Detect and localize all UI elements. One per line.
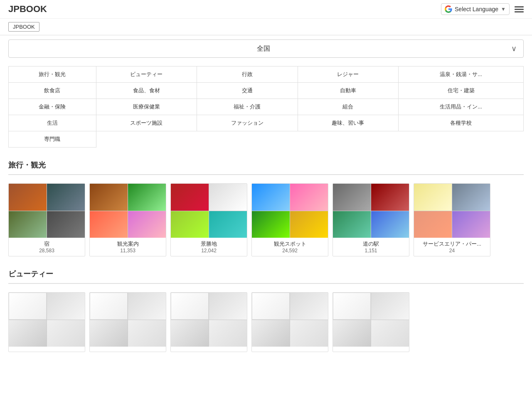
list-line-2: [515, 9, 524, 10]
category-cell[interactable]: 各種学校: [399, 115, 524, 131]
thumbnail-cell: [47, 293, 85, 320]
category-cell[interactable]: [298, 131, 398, 148]
category-card[interactable]: 道の駅1,151: [332, 183, 409, 256]
breadcrumb-jpbook[interactable]: JPBOOK: [8, 22, 39, 32]
category-cell[interactable]: 専門職: [9, 131, 96, 148]
thumbnail-cell: [90, 293, 128, 320]
category-cell[interactable]: 趣味、習い事: [298, 115, 398, 131]
category-grid: 旅行・観光ビューティー行政レジャー温泉・銭湯・サ...飲食店食品、食材交通自動車…: [8, 66, 524, 148]
card-count: 24,592: [255, 248, 325, 254]
thumbnail-cell: [209, 293, 247, 320]
category-card[interactable]: [89, 292, 166, 352]
card-count: 12,042: [174, 248, 244, 254]
category-cell[interactable]: ファッション: [197, 115, 298, 131]
category-cell[interactable]: [197, 131, 298, 148]
category-cell[interactable]: 住宅・建築: [399, 83, 524, 99]
thumbnail-cell: [128, 211, 166, 238]
thumbnail-cell: [171, 320, 209, 347]
thumbnail-cell: [452, 211, 490, 238]
category-cell[interactable]: 交通: [197, 83, 298, 99]
thumbnail-cell: [333, 320, 371, 347]
category-cell[interactable]: 旅行・観光: [9, 66, 96, 83]
category-card[interactable]: 観光案内11,353: [89, 183, 166, 256]
thumbnail-cell: [90, 184, 128, 211]
thumbnail-cell: [171, 211, 209, 238]
thumbnail-cell: [333, 184, 371, 211]
category-cell[interactable]: 生活: [9, 115, 96, 131]
category-card[interactable]: [251, 292, 328, 352]
category-card[interactable]: [8, 292, 85, 352]
thumbnail-cell: [290, 293, 328, 320]
thumbnail-cell: [252, 184, 290, 211]
card-count: 24: [417, 248, 487, 254]
thumbnail-cell: [209, 211, 247, 238]
category-card[interactable]: サービスエリア・パー...24: [414, 183, 490, 256]
thumbnail-cell: [171, 293, 209, 320]
category-cell[interactable]: レジャー: [298, 66, 398, 83]
category-card[interactable]: 景勝地12,042: [170, 183, 247, 256]
list-line-1: [515, 6, 524, 7]
section-beauty-title: ビューティー: [8, 269, 524, 279]
thumbnail-cell: [47, 320, 85, 347]
thumbnail-cell: [9, 211, 47, 238]
card-label: 観光案内: [93, 240, 163, 248]
category-cell[interactable]: ビューティー: [96, 66, 197, 83]
language-selector[interactable]: Select Language ▼: [441, 3, 510, 15]
region-label: 全国: [15, 44, 511, 53]
header-right: Select Language ▼: [441, 3, 524, 15]
category-cell[interactable]: 医療保健業: [96, 99, 197, 115]
menu-list-icon[interactable]: [515, 6, 524, 12]
category-card[interactable]: [170, 292, 247, 352]
category-cell[interactable]: 飲食店: [9, 83, 96, 99]
section-travel-divider: [8, 174, 524, 175]
card-label: 道の駅: [336, 240, 406, 248]
card-count: 1,151: [336, 248, 406, 254]
thumbnail-cell: [452, 184, 490, 211]
language-arrow-icon: ▼: [501, 6, 506, 12]
thumbnail-cell: [47, 184, 85, 211]
site-logo[interactable]: JPBOOK: [8, 4, 47, 15]
thumbnail-cell: [252, 320, 290, 347]
region-selector[interactable]: 全国 ∨: [8, 39, 524, 58]
thumbnail-cell: [171, 184, 209, 211]
thumbnail-cell: [333, 211, 371, 238]
thumbnail-cell: [90, 211, 128, 238]
category-card[interactable]: 宿28,583: [8, 183, 85, 256]
section-beauty-divider: [8, 283, 524, 284]
category-cell[interactable]: 温泉・銭湯・サ...: [399, 66, 524, 83]
main-content: 全国 ∨ 旅行・観光ビューティー行政レジャー温泉・銭湯・サ...飲食店食品、食材…: [0, 35, 532, 369]
category-cell[interactable]: 金融・保険: [9, 99, 96, 115]
thumbnail-cell: [290, 320, 328, 347]
card-label: 宿: [12, 240, 81, 248]
category-cell[interactable]: [399, 131, 524, 148]
card-count: 11,353: [93, 248, 163, 254]
thumbnail-cell: [252, 293, 290, 320]
thumbnail-cell: [371, 293, 409, 320]
thumbnail-cell: [90, 320, 128, 347]
category-cell[interactable]: 組合: [298, 99, 398, 115]
thumbnail-cell: [290, 211, 328, 238]
category-cell[interactable]: [96, 131, 197, 148]
category-cell[interactable]: 生活用品・イン...: [399, 99, 524, 115]
category-cell[interactable]: 食品、食材: [96, 83, 197, 99]
thumbnail-cell: [290, 184, 328, 211]
category-cell[interactable]: 福祉・介護: [197, 99, 298, 115]
language-label: Select Language: [455, 6, 498, 12]
category-cell[interactable]: 行政: [197, 66, 298, 83]
thumbnail-cell: [209, 184, 247, 211]
card-label: 景勝地: [174, 240, 244, 248]
category-cell[interactable]: スポーツ施設: [96, 115, 197, 131]
category-card[interactable]: 観光スポット24,592: [251, 183, 328, 256]
thumbnail-cell: [371, 184, 409, 211]
card-label: サービスエリア・パー...: [417, 240, 487, 248]
section-travel: 旅行・観光 宿28,583観光案内11,353景勝地12,042観光スポット24…: [8, 160, 524, 256]
card-count: 28,583: [12, 248, 81, 254]
card-label: 観光スポット: [255, 240, 325, 248]
category-cell[interactable]: 自動車: [298, 83, 398, 99]
category-card[interactable]: [332, 292, 409, 352]
thumbnail-cell: [371, 320, 409, 347]
list-line-3: [515, 11, 524, 12]
region-arrow-icon: ∨: [511, 44, 517, 53]
section-travel-title: 旅行・観光: [8, 160, 524, 170]
thumbnail-cell: [414, 211, 452, 238]
